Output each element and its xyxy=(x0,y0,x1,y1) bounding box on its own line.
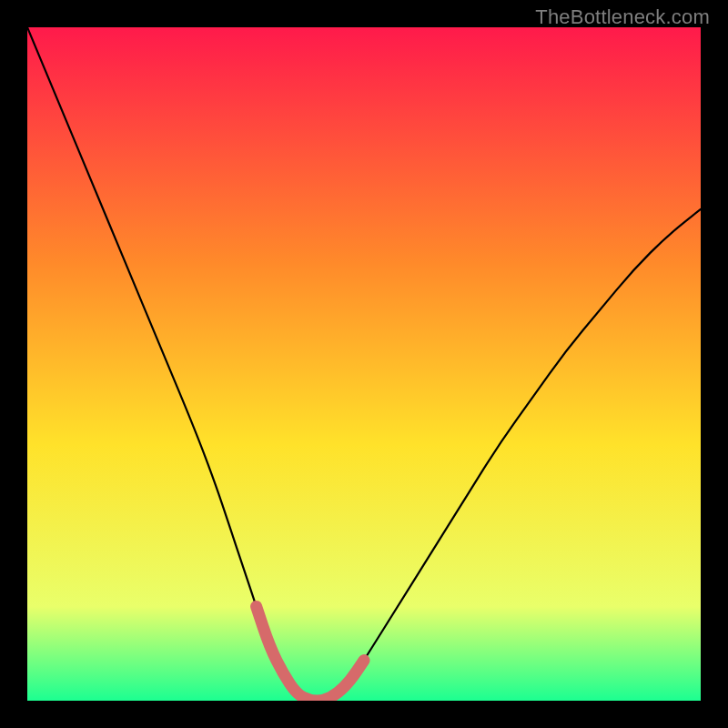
chart-svg xyxy=(27,27,701,701)
watermark-text: TheBottleneck.com xyxy=(535,5,710,29)
gradient-background xyxy=(27,27,701,701)
plot-area xyxy=(27,27,701,701)
chart-frame: TheBottleneck.com xyxy=(0,0,728,728)
